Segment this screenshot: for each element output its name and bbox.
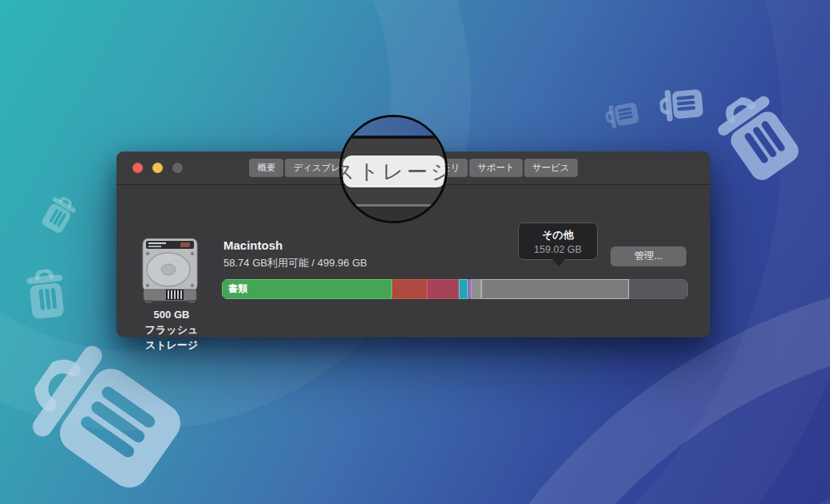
volume-name: Macintosh [223, 238, 283, 252]
manage-button[interactable]: 管理... [611, 246, 686, 266]
disk-capacity-line: ストレージ [124, 337, 219, 352]
magnified-background [342, 117, 445, 136]
storage-segment-segment-gray[interactable] [471, 279, 481, 299]
storage-segment-segment-red[interactable] [392, 279, 427, 299]
magnified-titlebar [342, 139, 445, 156]
storage-segment-segment-crimson[interactable] [427, 279, 459, 299]
tab-service[interactable]: サービス [524, 159, 578, 178]
disk-capacity-line: フラッシュ [124, 322, 219, 337]
hard-drive-icon [142, 238, 198, 305]
close-button[interactable] [132, 163, 143, 173]
tooltip-value: 159.02 GB [534, 244, 582, 255]
segment-label: 書類 [228, 279, 247, 299]
storage-segment-segment-cyan[interactable] [459, 279, 468, 299]
trash-can-icon [18, 267, 75, 325]
storage-segment-other[interactable] [481, 279, 629, 299]
trash-can-icon [658, 81, 709, 129]
trash-can-icon [33, 190, 84, 242]
volume-availability: 58.74 GB利用可能 / 499.96 GB [223, 256, 367, 270]
background-ring [591, 463, 830, 504]
storage-usage-bar: 書類 [222, 279, 688, 299]
magnifier-circle: ストレージ [339, 115, 448, 223]
magnified-tab-label: ストレージ [339, 158, 448, 186]
tooltip-title: その他 [542, 228, 574, 242]
desktop-background: 概要ディスプレイストレージメモリサポートサービス [0, 0, 830, 504]
other-tooltip: その他 159.02 GB [518, 222, 598, 260]
trash-can-icon [603, 95, 644, 134]
disk-capacity-label: 500 GB フラッシュ ストレージ [124, 307, 219, 352]
zoom-button-disabled [172, 163, 183, 173]
tab-overview[interactable]: 概要 [249, 159, 283, 178]
trash-can-icon [699, 77, 821, 200]
magnified-titlebar [342, 187, 445, 204]
tab-support[interactable]: サポート [469, 159, 523, 178]
minimize-button[interactable] [152, 163, 163, 173]
tooltip-arrow [552, 259, 565, 266]
disk-capacity-line: 500 GB [124, 307, 219, 322]
magnified-storage-tab: ストレージ [343, 156, 445, 187]
traffic-lights [132, 163, 183, 173]
storage-segment-documents[interactable]: 書類 [222, 279, 392, 299]
storage-segment-free-space[interactable] [629, 279, 688, 299]
